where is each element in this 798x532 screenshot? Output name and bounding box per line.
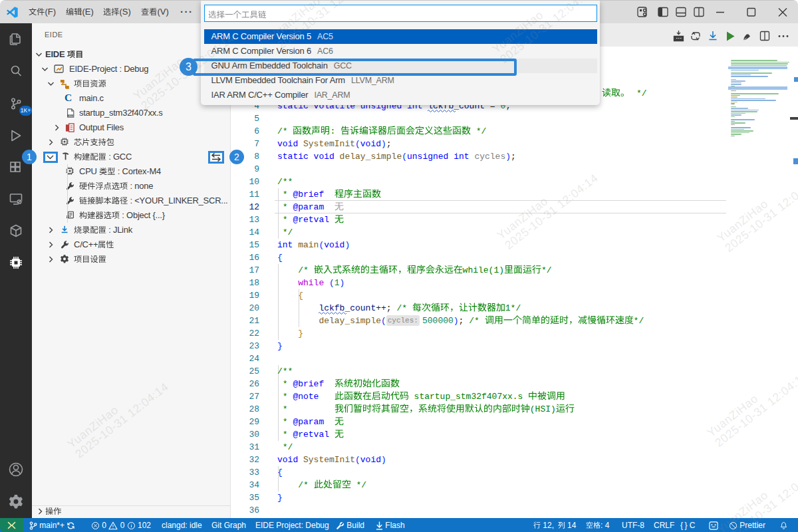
svg-text:ASM: ASM [67, 114, 73, 117]
